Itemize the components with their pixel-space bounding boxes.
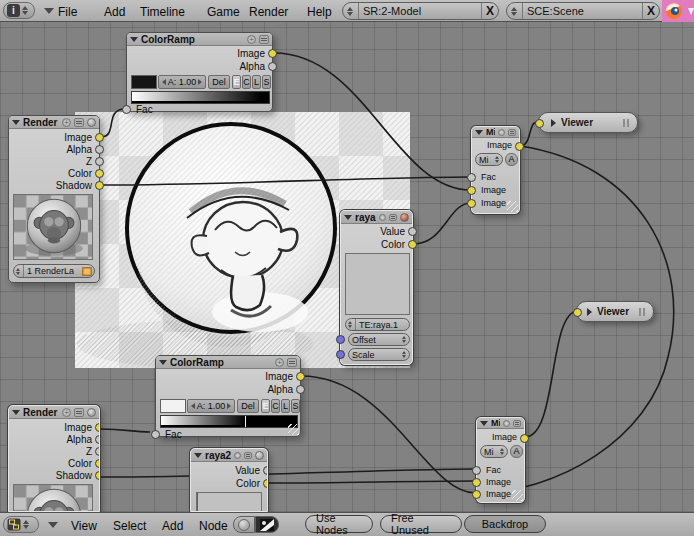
interp-ease-button[interactable]: E (261, 399, 270, 413)
screen-spinner-icon[interactable] (343, 3, 359, 19)
socket-fac-in[interactable] (467, 173, 476, 182)
interp-linear-button[interactable]: L (252, 75, 261, 89)
menu-select[interactable]: Select (110, 517, 149, 535)
interp-cardinal-button[interactable]: C (271, 399, 280, 413)
collapse-triangle-icon[interactable] (344, 215, 352, 220)
socket-alpha-out[interactable] (296, 385, 305, 394)
menu-render[interactable]: Render (246, 3, 291, 21)
window-type-button[interactable]: i (3, 2, 35, 19)
socket-image-out[interactable] (95, 133, 104, 142)
menu-file[interactable]: File (55, 3, 80, 21)
expand-triangle-icon[interactable] (587, 308, 592, 316)
scene-close-button[interactable]: X (642, 3, 659, 19)
node-viewer-1[interactable]: Viewer (538, 112, 638, 133)
socket-image2-in[interactable] (472, 490, 481, 499)
plus-icon[interactable] (379, 214, 386, 221)
scene-spinner-icon[interactable] (507, 3, 523, 19)
node-menu-icon[interactable] (389, 214, 397, 221)
node-editor-canvas[interactable]: ColorRamp + Image Alpha A: 1.00 Del E C … (0, 22, 694, 512)
offset-field[interactable]: Offset (348, 333, 410, 346)
socket-image-out[interactable] (296, 372, 305, 381)
interp-cardinal-button[interactable]: C (242, 75, 251, 89)
offset-spinner-icon[interactable] (400, 334, 409, 345)
collapse-triangle-icon[interactable] (194, 453, 202, 458)
texture-datablock-field[interactable]: TE:raya.1 (345, 318, 410, 331)
collapse-triangle-icon[interactable] (12, 120, 20, 125)
backdrop-button[interactable]: Backdrop (464, 515, 546, 533)
plus-icon[interactable] (503, 420, 510, 427)
node-colorramp-1[interactable]: ColorRamp + Image Alpha A: 1.00 Del E C … (126, 32, 273, 112)
interp-spline-button[interactable]: S (262, 75, 271, 89)
screen-close-button[interactable]: X (481, 3, 498, 19)
blend-mode-selector[interactable]: Mi (475, 153, 503, 166)
menu-timeline[interactable]: Timeline (137, 3, 188, 21)
preview-ball-icon[interactable] (87, 118, 96, 127)
node-colorramp-2[interactable]: ColorRamp + Image Alpha A: 1.00 Del E C … (155, 355, 301, 437)
preview-ball-icon[interactable] (87, 408, 96, 417)
screen-name[interactable]: SR:2-Model (359, 5, 481, 17)
socket-color-out[interactable] (95, 459, 100, 468)
socket-z-out[interactable] (95, 157, 104, 166)
node-mix-1[interactable]: Mix Image Mi A Fac Image Image (471, 126, 520, 214)
node-menu-icon[interactable] (513, 420, 521, 427)
scene-selector[interactable]: SCE:Scene X (506, 2, 660, 20)
node-renderlayers-2-header[interactable]: Render Laye + (9, 406, 99, 419)
scale-spinner-icon[interactable] (400, 349, 409, 360)
colorband-active-stop[interactable] (245, 416, 246, 427)
resize-grip[interactable] (507, 201, 518, 212)
node-menu-icon[interactable] (259, 35, 269, 44)
blend-mode-selector[interactable]: Mi (480, 445, 508, 458)
socket-scale-in[interactable] (336, 350, 345, 359)
ramp-color-swatch[interactable] (131, 75, 157, 89)
decrement-icon[interactable] (191, 403, 195, 409)
socket-alpha-out[interactable] (95, 145, 104, 154)
decrement-icon[interactable] (162, 79, 166, 85)
socket-image-out[interactable] (268, 49, 277, 58)
node-texture-raya2[interactable]: raya2 Value Color (190, 448, 268, 512)
node-menu-icon[interactable] (244, 452, 252, 459)
socket-image-out[interactable] (520, 434, 529, 443)
plus-icon[interactable]: + (275, 358, 284, 367)
colorband-widget[interactable] (160, 415, 298, 428)
mode-spinner-icon[interactable] (493, 154, 502, 165)
mode-spinner-icon[interactable] (498, 446, 507, 457)
socket-shadow-out[interactable] (95, 471, 100, 480)
editor-type-button[interactable] (3, 516, 39, 533)
ramp-color-swatch[interactable] (160, 399, 186, 413)
free-unused-button[interactable]: Free Unused (380, 515, 462, 533)
socket-offset-in[interactable] (336, 335, 345, 344)
menu-add[interactable]: Add (101, 3, 128, 21)
plus-icon[interactable]: + (62, 118, 71, 127)
delete-stop-button[interactable]: Del (237, 399, 259, 413)
resize-grip[interactable] (288, 424, 299, 435)
socket-color-out[interactable] (408, 240, 417, 249)
preview-ball-icon[interactable] (255, 451, 264, 460)
layer-spinner-icon[interactable] (14, 265, 24, 277)
plus-icon[interactable] (234, 452, 241, 459)
socket-color-out[interactable] (95, 169, 104, 178)
node-mix-1-header[interactable]: Mix (472, 127, 519, 138)
socket-image-out[interactable] (95, 423, 100, 432)
socket-alpha-out[interactable] (95, 435, 100, 444)
header-collapse-icon[interactable] (44, 8, 54, 14)
node-colorramp-1-header[interactable]: ColorRamp + (127, 33, 272, 46)
socket-fac-in[interactable] (122, 105, 131, 114)
resize-grip[interactable] (512, 490, 523, 501)
socket-value-out[interactable] (408, 227, 417, 236)
socket-fac-in[interactable] (151, 430, 160, 439)
node-texture-raya1-header[interactable]: raya.1 (341, 211, 412, 224)
node-renderlayers-2[interactable]: Render Laye + Image Alpha Z Color Shadow (8, 405, 100, 512)
interp-ease-button[interactable]: E (232, 75, 241, 89)
collapse-triangle-icon[interactable] (12, 410, 20, 415)
menu-node[interactable]: Node (196, 517, 231, 535)
material-nodes-button[interactable] (233, 516, 255, 533)
node-renderlayers-1-header[interactable]: Render Laye + (9, 116, 99, 129)
menu-game[interactable]: Game (204, 3, 243, 21)
panel-collapse-icon[interactable] (48, 522, 58, 528)
node-menu-icon[interactable] (508, 129, 516, 136)
node-texture-raya2-header[interactable]: raya2 (191, 449, 267, 462)
use-nodes-button[interactable]: Use Nodes (305, 515, 373, 533)
ramp-alpha-stepper[interactable]: A: 1.00 (187, 399, 235, 413)
node-menu-icon[interactable] (74, 118, 84, 127)
texture-spinner-icon[interactable] (346, 319, 356, 330)
